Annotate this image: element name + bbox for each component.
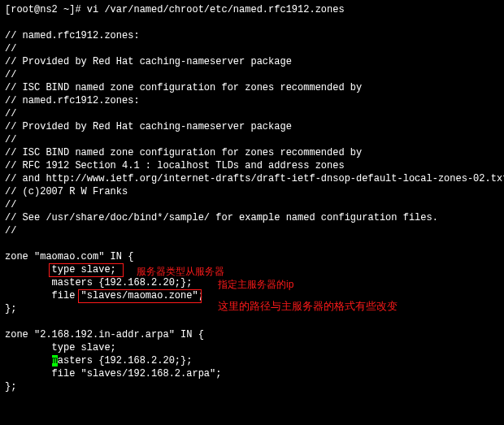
file-line: // bbox=[5, 108, 16, 119]
file-line: // Provided by Red Hat caching-nameserve… bbox=[5, 121, 292, 132]
file-line: }; bbox=[5, 303, 16, 314]
file-line: // named.rfc1912.zones: bbox=[5, 95, 140, 106]
file-line: type slave; bbox=[5, 264, 116, 275]
file-line: // (c)2007 R W Franks bbox=[5, 186, 128, 197]
terminal[interactable]: [root@ns2 ~]# vi /var/named/chroot/etc/n… bbox=[0, 0, 504, 397]
file-line-with-cursor: masters {192.168.2.20;}; bbox=[5, 355, 192, 366]
text-cursor: m bbox=[52, 355, 58, 366]
file-line: // ISC BIND named zone configuration for… bbox=[5, 147, 362, 158]
file-line: // and http://www.ietf.org/internet-draf… bbox=[5, 173, 504, 184]
file-line: // Provided by Red Hat caching-nameserve… bbox=[5, 56, 292, 67]
prompt-line: [root@ns2 ~]# vi /var/named/chroot/etc/n… bbox=[5, 4, 345, 15]
file-line: // bbox=[5, 69, 16, 80]
file-line: // bbox=[5, 134, 16, 145]
file-line: // named.rfc1912.zones: bbox=[5, 30, 140, 41]
file-line: // See /usr/share/doc/bind*/sample/ for … bbox=[5, 212, 438, 223]
file-line: zone "2.168.192.in-addr.arpa" IN { bbox=[5, 329, 204, 340]
file-line: masters {192.168.2.20;}; bbox=[5, 277, 192, 288]
file-line: type slave; bbox=[5, 342, 116, 353]
file-line: }; bbox=[5, 381, 16, 392]
file-line: // bbox=[5, 43, 16, 54]
file-line: file "slaves/maomao.zone"; bbox=[5, 290, 204, 301]
file-line: // ISC BIND named zone configuration for… bbox=[5, 82, 362, 93]
file-line: file "slaves/192.168.2.arpa"; bbox=[5, 368, 221, 379]
file-line: // RFC 1912 Section 4.1 : localhost TLDs… bbox=[5, 160, 345, 171]
file-line: // bbox=[5, 225, 16, 236]
file-line: zone "maomao.com" IN { bbox=[5, 251, 133, 262]
file-line: // bbox=[5, 199, 16, 210]
